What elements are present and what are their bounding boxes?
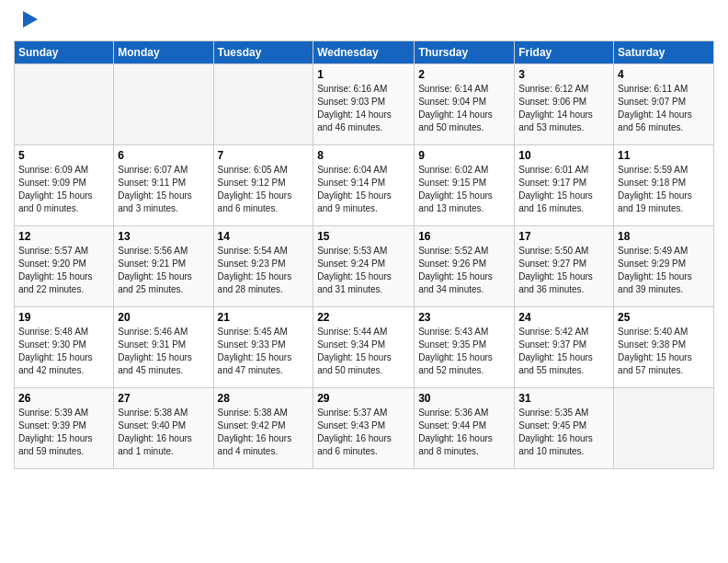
day-info-line: Sunrise: 5:39 AM [18, 408, 88, 418]
day-info: Sunrise: 6:05 AMSunset: 9:12 PMDaylight:… [218, 164, 310, 215]
day-info: Sunrise: 6:12 AMSunset: 9:06 PMDaylight:… [518, 83, 609, 134]
calendar-cell [15, 64, 114, 145]
day-number: 23 [418, 311, 510, 324]
calendar-cell [114, 64, 213, 145]
weekday-header-friday: Friday [515, 41, 614, 64]
day-info-line: Sunset: 9:15 PM [418, 178, 486, 188]
day-info-line: and 9 minutes. [317, 203, 378, 213]
calendar-cell: 16Sunrise: 5:52 AMSunset: 9:26 PMDayligh… [415, 226, 515, 307]
day-number: 6 [118, 149, 209, 162]
day-info-line: Sunset: 9:20 PM [18, 259, 86, 269]
day-info: Sunrise: 5:40 AMSunset: 9:38 PMDaylight:… [618, 326, 710, 377]
day-info-line: Sunrise: 6:16 AM [317, 84, 387, 94]
day-info-line: Sunrise: 6:01 AM [518, 165, 588, 175]
calendar-cell: 25Sunrise: 5:40 AMSunset: 9:38 PMDayligh… [614, 307, 714, 388]
day-info-line: and 0 minutes. [18, 203, 79, 213]
day-info-line: Sunrise: 6:09 AM [18, 165, 88, 175]
day-info: Sunrise: 5:44 AMSunset: 9:34 PMDaylight:… [317, 326, 410, 377]
day-number: 5 [18, 149, 109, 162]
day-info-line: Sunset: 9:03 PM [317, 97, 385, 107]
day-number: 30 [418, 392, 510, 405]
calendar-cell: 14Sunrise: 5:54 AMSunset: 9:23 PMDayligh… [213, 226, 313, 307]
day-info-line: Daylight: 15 hours [18, 271, 93, 282]
day-info-line: and 36 minutes. [518, 284, 584, 294]
day-info: Sunrise: 5:42 AMSunset: 9:37 PMDaylight:… [518, 326, 609, 377]
day-info-line: Sunset: 9:37 PM [518, 339, 586, 350]
day-info: Sunrise: 6:07 AMSunset: 9:11 PMDaylight:… [118, 164, 209, 215]
day-info: Sunrise: 5:43 AMSunset: 9:35 PMDaylight:… [418, 326, 510, 377]
calendar-cell: 7Sunrise: 6:05 AMSunset: 9:12 PMDaylight… [213, 145, 313, 226]
day-info-line: Daylight: 15 hours [18, 190, 93, 201]
day-info-line: and 50 minutes. [317, 365, 382, 375]
day-info-line: Sunset: 9:42 PM [218, 420, 286, 431]
day-info: Sunrise: 5:39 AMSunset: 9:39 PMDaylight:… [18, 407, 109, 458]
day-info-line: Daylight: 14 hours [518, 109, 593, 120]
day-info-line: Daylight: 15 hours [18, 433, 93, 443]
day-number: 28 [218, 392, 310, 405]
day-number: 14 [218, 230, 310, 243]
calendar-cell: 22Sunrise: 5:44 AMSunset: 9:34 PMDayligh… [313, 307, 415, 388]
calendar-cell: 28Sunrise: 5:38 AMSunset: 9:42 PMDayligh… [213, 388, 313, 469]
day-info: Sunrise: 5:35 AMSunset: 9:45 PMDaylight:… [518, 407, 609, 458]
day-info-line: Sunrise: 6:11 AM [618, 84, 688, 94]
day-info-line: and 16 minutes. [518, 203, 584, 213]
day-number: 31 [518, 392, 609, 405]
calendar-cell: 24Sunrise: 5:42 AMSunset: 9:37 PMDayligh… [515, 307, 614, 388]
day-info-line: Sunrise: 5:53 AM [317, 246, 387, 256]
day-number: 9 [418, 149, 510, 162]
day-number: 3 [518, 68, 609, 81]
day-info-line: Sunset: 9:12 PM [218, 178, 286, 188]
calendar-cell: 30Sunrise: 5:36 AMSunset: 9:44 PMDayligh… [415, 388, 515, 469]
calendar-cell: 4Sunrise: 6:11 AMSunset: 9:07 PMDaylight… [614, 64, 714, 145]
day-info-line: and 59 minutes. [18, 446, 84, 456]
page: SundayMondayTuesdayWednesdayThursdayFrid… [0, 0, 728, 478]
day-info-line: Sunset: 9:45 PM [518, 420, 586, 431]
day-info-line: and 57 minutes. [618, 365, 683, 375]
day-number: 16 [418, 230, 510, 243]
day-info-line: Sunset: 9:17 PM [518, 178, 586, 188]
day-info-line: Sunrise: 5:48 AM [18, 327, 88, 337]
day-info-line: Sunrise: 5:57 AM [18, 246, 88, 256]
day-info-line: Daylight: 14 hours [317, 109, 392, 120]
weekday-header-row: SundayMondayTuesdayWednesdayThursdayFrid… [15, 41, 714, 64]
calendar-cell: 13Sunrise: 5:56 AMSunset: 9:21 PMDayligh… [114, 226, 213, 307]
day-info-line: and 47 minutes. [218, 365, 283, 375]
day-info-line: Sunrise: 5:37 AM [317, 408, 387, 418]
day-number: 18 [618, 230, 710, 243]
day-info-line: Sunset: 9:44 PM [418, 420, 486, 431]
day-info-line: Sunset: 9:18 PM [618, 178, 686, 188]
day-info-line: Daylight: 15 hours [118, 190, 192, 201]
day-number: 21 [218, 311, 310, 324]
week-row-4: 19Sunrise: 5:48 AMSunset: 9:30 PMDayligh… [15, 307, 714, 388]
day-number: 8 [317, 149, 410, 162]
day-info: Sunrise: 6:04 AMSunset: 9:14 PMDaylight:… [317, 164, 410, 215]
day-info-line: and 3 minutes. [118, 203, 178, 213]
day-info-line: Sunrise: 6:02 AM [418, 165, 488, 175]
day-info: Sunrise: 5:57 AMSunset: 9:20 PMDaylight:… [18, 245, 109, 296]
day-info-line: and 25 minutes. [118, 284, 183, 294]
week-row-1: 1Sunrise: 6:16 AMSunset: 9:03 PMDaylight… [15, 64, 714, 145]
day-info-line: Daylight: 15 hours [317, 352, 392, 362]
day-info: Sunrise: 5:45 AMSunset: 9:33 PMDaylight:… [218, 326, 310, 377]
day-info-line: Daylight: 16 hours [317, 433, 392, 443]
day-info-line: and 34 minutes. [418, 284, 483, 294]
day-number: 4 [618, 68, 710, 81]
day-info-line: Sunrise: 5:59 AM [618, 165, 688, 175]
day-info-line: Sunrise: 5:38 AM [118, 408, 188, 418]
day-info-line: and 1 minute. [118, 446, 174, 456]
calendar-cell: 2Sunrise: 6:14 AMSunset: 9:04 PMDaylight… [415, 64, 515, 145]
day-info-line: Sunset: 9:31 PM [118, 339, 186, 350]
day-info-line: Sunset: 9:23 PM [218, 259, 286, 269]
svg-marker-0 [23, 11, 38, 28]
day-info-line: Daylight: 15 hours [118, 352, 192, 362]
day-info-line: Sunset: 9:11 PM [118, 178, 186, 188]
day-info-line: and 56 minutes. [618, 122, 683, 132]
day-info-line: Daylight: 14 hours [618, 109, 692, 120]
day-info-line: Sunset: 9:30 PM [18, 339, 86, 350]
day-info-line: Sunset: 9:27 PM [518, 259, 586, 269]
day-number: 15 [317, 230, 410, 243]
day-number: 22 [317, 311, 410, 324]
day-number: 29 [317, 392, 410, 405]
day-info-line: Sunset: 9:24 PM [317, 259, 385, 269]
day-info-line: Sunrise: 5:40 AM [618, 327, 688, 337]
